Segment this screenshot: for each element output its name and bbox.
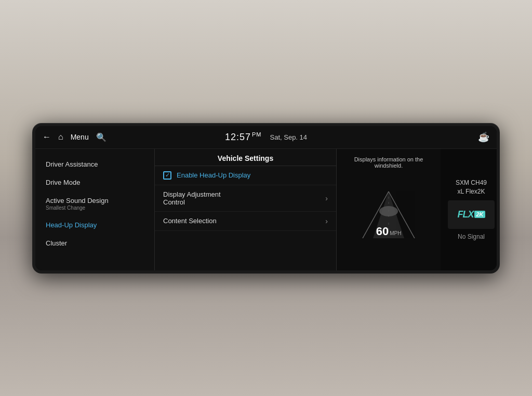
menu-item-content-selection[interactable]: Content Selection › xyxy=(155,212,336,231)
speed-unit: MPH xyxy=(390,230,401,236)
hud-preview: Displays information on the windshield. xyxy=(337,149,441,270)
radio-panel: SXM CH49 xL Flex2K FLX 2K No Signal xyxy=(441,149,497,270)
display-adjustment-line1: Display Adjustment xyxy=(163,190,322,198)
no-signal-label: No Signal xyxy=(458,233,485,240)
hud-description: Displays information on the windshield. xyxy=(337,156,441,169)
back-icon[interactable]: ← xyxy=(43,132,51,142)
top-bar-left: ← ⌂ Menu 🔍 xyxy=(43,132,192,142)
svg-point-6 xyxy=(379,206,398,216)
top-bar: ← ⌂ Menu 🔍 12:57PM Sat, Sep. 14 ☕ xyxy=(35,126,497,149)
main-content: Driver Assistance Drive Mode Active Soun… xyxy=(35,149,497,270)
menu-label[interactable]: Menu xyxy=(71,133,89,141)
sidebar-item-cluster[interactable]: Cluster xyxy=(35,234,154,252)
flex-2k-badge: 2K xyxy=(474,211,485,218)
center-panel: Vehicle Settings ✓ Enable Head-Up Displa… xyxy=(155,149,337,270)
sidebar-label: Active Sound Design xyxy=(46,197,109,204)
check-mark: ✓ xyxy=(165,172,170,179)
hud-road-visual: 60 MPH xyxy=(342,176,435,243)
speed-display: 60 MPH xyxy=(376,225,402,238)
dashboard: ← ⌂ Menu 🔍 12:57PM Sat, Sep. 14 ☕ xyxy=(0,0,532,396)
status-icon: ☕ xyxy=(478,131,489,143)
sidebar-label: Cluster xyxy=(46,239,67,247)
sidebar-label: Head-Up Display xyxy=(46,221,97,229)
sidebar-item-drive-mode[interactable]: Drive Mode xyxy=(35,173,154,192)
chevron-icon-2: › xyxy=(325,217,328,225)
search-icon[interactable]: 🔍 xyxy=(96,132,107,142)
menu-item-enable-hud[interactable]: ✓ Enable Head-Up Display xyxy=(155,166,336,185)
sidebar-item-driver-assistance[interactable]: Driver Assistance xyxy=(35,155,154,173)
station-line1: SXM CH49 xyxy=(456,179,487,186)
date-display: Sat, Sep. 14 xyxy=(270,133,308,141)
display-adjustment-line2: Control xyxy=(163,198,322,206)
chevron-icon: › xyxy=(325,194,328,202)
sidebar-label: Driver Assistance xyxy=(46,160,98,168)
sidebar: Driver Assistance Drive Mode Active Soun… xyxy=(35,149,155,270)
checkbox-enable-hud[interactable]: ✓ xyxy=(163,171,171,180)
hud-desc-line2: windshield. xyxy=(375,162,403,169)
enable-hud-label: Enable Head-Up Display xyxy=(177,171,328,179)
radio-logo-box: FLX 2K xyxy=(448,200,495,229)
display-adjustment-label: Display Adjustment Control xyxy=(163,190,322,206)
top-bar-right: ☕ xyxy=(340,131,489,143)
sidebar-label: Drive Mode xyxy=(46,179,80,186)
content-selection-label: Content Selection xyxy=(163,217,322,225)
sidebar-sub-label: Smallest Change xyxy=(46,205,144,211)
radio-station-info: SXM CH49 xL Flex2K xyxy=(456,179,487,196)
speed-value: 60 xyxy=(376,225,389,238)
main-screen: ← ⌂ Menu 🔍 12:57PM Sat, Sep. 14 ☕ xyxy=(35,126,497,270)
time-display: 12:57PM xyxy=(225,131,262,143)
top-bar-center: 12:57PM Sat, Sep. 14 xyxy=(192,131,341,143)
sidebar-item-active-sound[interactable]: Active Sound Design Smallest Change xyxy=(35,192,154,216)
time-value: 12:57 xyxy=(225,132,251,142)
hud-desc-line1: Displays information on the xyxy=(354,156,423,162)
sidebar-item-head-up-display[interactable]: Head-Up Display xyxy=(35,216,154,234)
panel-title: Vehicle Settings xyxy=(155,149,336,166)
flex-logo: FLX xyxy=(457,209,473,220)
menu-item-display-adjustment[interactable]: Display Adjustment Control › xyxy=(155,185,336,212)
screen-bezel: ← ⌂ Menu 🔍 12:57PM Sat, Sep. 14 ☕ xyxy=(32,123,500,274)
station-line2: xL Flex2K xyxy=(458,188,485,195)
home-icon[interactable]: ⌂ xyxy=(58,132,63,142)
time-ampm: PM xyxy=(252,131,262,138)
